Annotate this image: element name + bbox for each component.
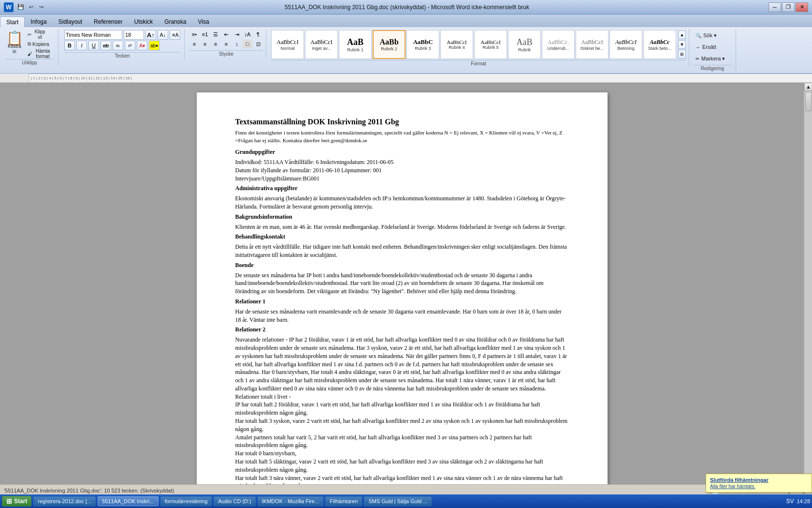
- paragraph-label: Stycke: [189, 50, 263, 57]
- text-rel2: Nuvarande relationer - IP har 2 föräldra…: [235, 336, 569, 484]
- sort-button[interactable]: ↕A: [243, 30, 252, 39]
- subscript-button[interactable]: x₂: [113, 41, 123, 50]
- taskbar-item-3[interactable]: Audio CD (D:): [214, 496, 255, 506]
- language-indicator: SV: [786, 498, 794, 505]
- taskbar-item-1[interactable]: 5511AA_DOK Inskri...: [98, 496, 159, 506]
- style-rubrik[interactable]: AaB Rubrik: [508, 30, 541, 59]
- show-hide-button[interactable]: ¶: [253, 30, 263, 39]
- underline-button[interactable]: U: [88, 41, 99, 50]
- styles-more[interactable]: ⊞: [678, 50, 686, 59]
- align-right-button[interactable]: ≡: [211, 40, 220, 48]
- taskbar-item-4[interactable]: IKMDOK - Mozilla Fire...: [258, 496, 324, 506]
- notification-popup: Slutförda filhämtningar Alla filer har h…: [706, 474, 812, 493]
- save-button[interactable]: 💾: [16, 3, 25, 12]
- select-button[interactable]: ✏ Markera ▾: [693, 53, 732, 64]
- copy-icon: ⧉: [28, 41, 31, 47]
- styles-scroll-up[interactable]: ▲: [678, 30, 686, 39]
- clipboard-group: 📋 Klistra in ✂ Klipp ut ⧉ Kopiera 🖌: [3, 29, 58, 65]
- decrease-indent-button[interactable]: ⇤: [221, 30, 231, 39]
- para-row-2: ≡ ≡ ≡ ≡ ↕ □ ⊡: [189, 40, 263, 48]
- format-painter-button[interactable]: 🖌 Hämta format: [25, 49, 54, 58]
- highlight-button[interactable]: ab▾: [149, 41, 160, 50]
- tab-start[interactable]: Start: [0, 16, 25, 27]
- search-icon: 🔍: [696, 33, 701, 38]
- vertical-scrollbar[interactable]: ▲ ▼: [804, 83, 812, 484]
- increase-indent-button[interactable]: ⇥: [232, 30, 242, 39]
- notification-link[interactable]: Alla filer har hämtats.: [710, 484, 808, 489]
- search-button[interactable]: 🔍 Sök ▾: [693, 30, 732, 41]
- heading-bakgrund: Bakgrundsinformation: [235, 213, 569, 221]
- style-ingen[interactable]: AaBbCcI Inget av...: [305, 30, 338, 59]
- decrease-font-button[interactable]: A↓: [158, 30, 168, 40]
- document-scroll[interactable]: Textsammanställning DOK Inskrivning 2011…: [0, 83, 804, 484]
- font-name-input[interactable]: [64, 30, 122, 40]
- style-rubrik3[interactable]: AaBbC Rubrik 3: [406, 30, 439, 59]
- scroll-track[interactable]: [804, 91, 812, 476]
- close-button[interactable]: ✕: [796, 2, 808, 12]
- tab-infoga[interactable]: Infoga: [25, 16, 52, 27]
- clear-format-button[interactable]: ✕A: [170, 30, 180, 40]
- shading-button[interactable]: □: [243, 40, 252, 48]
- justify-button[interactable]: ≡: [221, 40, 231, 48]
- minimize-button[interactable]: ─: [768, 2, 781, 12]
- taskbar-item-0[interactable]: registrera-2012.doc [...: [33, 496, 96, 506]
- ruler-margin-left: [0, 74, 29, 82]
- paste-button[interactable]: 📋 Klistra in: [5, 30, 24, 58]
- style-rubrik2[interactable]: AaBb Rubrik 2: [373, 30, 406, 59]
- editing-buttons: 🔍 Sök ▾ ↔ Ersätt ✏ Markera ▾: [693, 30, 732, 64]
- ribbon-content: 📋 Klistra in ✂ Klipp ut ⧉ Kopiera 🖌: [0, 27, 812, 73]
- restore-button[interactable]: ❐: [782, 2, 795, 12]
- font-color-button[interactable]: A▾: [137, 41, 147, 50]
- tab-granska[interactable]: Granska: [159, 16, 192, 27]
- align-center-button[interactable]: ≡: [200, 40, 210, 48]
- tab-utskick[interactable]: Utskick: [128, 16, 159, 27]
- document-page: Textsammanställning DOK Inskrivning 2011…: [197, 92, 608, 484]
- superscript-button[interactable]: x²: [125, 41, 135, 50]
- window-controls: ─ ❐ ✕: [768, 2, 808, 12]
- tab-referenser[interactable]: Referenser: [88, 16, 128, 27]
- heading-rel2: Relationer 2: [235, 326, 569, 334]
- scroll-thumb[interactable]: [805, 92, 812, 111]
- taskbar-item-5[interactable]: Filhämtaren: [325, 496, 362, 506]
- numbering-button[interactable]: ≡1: [200, 30, 210, 39]
- bullets-button[interactable]: ≡•: [189, 30, 199, 39]
- style-betoning[interactable]: AaBbCcI Betoning: [609, 30, 642, 59]
- style-underrubrik[interactable]: AaBbCc. Underrub...: [542, 30, 575, 59]
- styles-scroll-down[interactable]: ▼: [678, 40, 686, 49]
- style-rubrik1[interactable]: AaB Rubrik 1: [339, 30, 372, 59]
- style-normal[interactable]: AaBbCcI Normal: [271, 30, 304, 59]
- redo-button[interactable]: ↪: [37, 3, 45, 12]
- doc-title: Textsammanställning DOK Inskrivning 2011…: [235, 117, 569, 127]
- increase-font-button[interactable]: A↑: [145, 30, 156, 40]
- style-rubrik5[interactable]: AaBbCcI Rubrik 5: [474, 30, 507, 59]
- cut-icon: ✂: [28, 32, 31, 37]
- quick-access-toolbar: 💾 ↩ ↪: [16, 3, 45, 12]
- text-bakgrund: Klienten är en man, som är 46 år. Har sv…: [235, 223, 569, 231]
- clipboard-buttons: 📋 Klistra in ✂ Klipp ut ⧉ Kopiera 🖌: [5, 30, 54, 58]
- undo-button[interactable]: ↩: [27, 3, 35, 12]
- line-spacing-button[interactable]: ↕: [232, 40, 242, 48]
- font-group: A↑ A↓ ✕A B I U ab x₂ x² A▾ ab▾ Tecken: [60, 29, 185, 60]
- borders-button[interactable]: ⊡: [253, 40, 263, 48]
- taskbar-item-6[interactable]: SMS Guld | Sälja Guld ...: [364, 496, 432, 506]
- align-left-button[interactable]: ≡: [189, 40, 199, 48]
- multilevel-button[interactable]: ☰: [211, 30, 220, 39]
- start-button[interactable]: ⊞ Start: [2, 496, 31, 507]
- taskbar-item-2[interactable]: formulärrevidering: [160, 496, 212, 506]
- copy-button[interactable]: ⧉ Kopiera: [25, 40, 49, 48]
- font-size-input[interactable]: [124, 30, 144, 40]
- replace-button[interactable]: ↔ Ersätt: [693, 42, 732, 52]
- style-diskret[interactable]: AaBbCcI Diskret be...: [576, 30, 609, 59]
- para-row-1: ≡• ≡1 ☰ ⇤ ⇥ ↕A ¶: [189, 30, 263, 39]
- style-rubrik4[interactable]: AaBbCcI Rubrik 4: [440, 30, 473, 59]
- strikethrough-button[interactable]: ab: [101, 41, 111, 50]
- heading-behandling: Behandlingskontakt: [235, 233, 569, 241]
- scroll-up-button[interactable]: ▲: [804, 83, 812, 91]
- notification-title[interactable]: Slutförda filhämtningar: [710, 477, 808, 483]
- italic-button[interactable]: I: [76, 41, 87, 50]
- tab-visa[interactable]: Visa: [192, 16, 215, 27]
- bold-button[interactable]: B: [64, 41, 75, 50]
- cut-button[interactable]: ✂ Klipp ut: [25, 30, 49, 39]
- tab-sidlayout[interactable]: Sidlayout: [53, 16, 88, 27]
- style-stark[interactable]: AaBbCc Stark beto...: [643, 30, 676, 59]
